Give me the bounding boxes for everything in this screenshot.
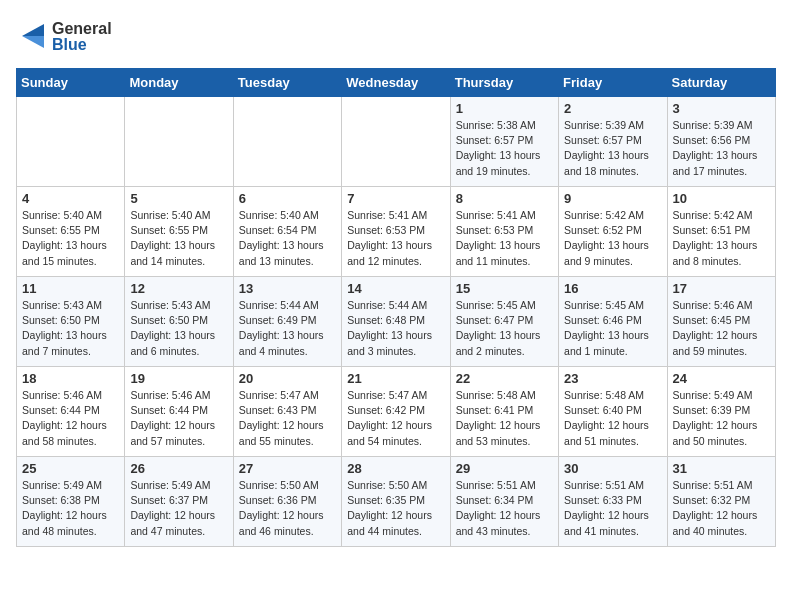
svg-marker-1 xyxy=(22,36,44,48)
day-info: Sunrise: 5:40 AM Sunset: 6:55 PM Dayligh… xyxy=(130,208,227,269)
day-info: Sunrise: 5:41 AM Sunset: 6:53 PM Dayligh… xyxy=(456,208,553,269)
calendar-week-2: 4Sunrise: 5:40 AM Sunset: 6:55 PM Daylig… xyxy=(17,187,776,277)
page-header: GeneralBlue xyxy=(16,16,776,56)
calendar-cell: 22Sunrise: 5:48 AM Sunset: 6:41 PM Dayli… xyxy=(450,367,558,457)
calendar-cell: 5Sunrise: 5:40 AM Sunset: 6:55 PM Daylig… xyxy=(125,187,233,277)
calendar-cell: 15Sunrise: 5:45 AM Sunset: 6:47 PM Dayli… xyxy=(450,277,558,367)
weekday-header-thursday: Thursday xyxy=(450,69,558,97)
day-info: Sunrise: 5:41 AM Sunset: 6:53 PM Dayligh… xyxy=(347,208,444,269)
day-info: Sunrise: 5:48 AM Sunset: 6:40 PM Dayligh… xyxy=(564,388,661,449)
calendar-cell: 17Sunrise: 5:46 AM Sunset: 6:45 PM Dayli… xyxy=(667,277,775,367)
day-number: 21 xyxy=(347,371,444,386)
weekday-header-tuesday: Tuesday xyxy=(233,69,341,97)
day-number: 14 xyxy=(347,281,444,296)
calendar-cell: 20Sunrise: 5:47 AM Sunset: 6:43 PM Dayli… xyxy=(233,367,341,457)
calendar-cell xyxy=(233,97,341,187)
day-number: 1 xyxy=(456,101,553,116)
day-info: Sunrise: 5:47 AM Sunset: 6:42 PM Dayligh… xyxy=(347,388,444,449)
day-info: Sunrise: 5:48 AM Sunset: 6:41 PM Dayligh… xyxy=(456,388,553,449)
day-info: Sunrise: 5:42 AM Sunset: 6:51 PM Dayligh… xyxy=(673,208,770,269)
logo: GeneralBlue xyxy=(16,16,126,56)
weekday-header-wednesday: Wednesday xyxy=(342,69,450,97)
calendar-cell: 16Sunrise: 5:45 AM Sunset: 6:46 PM Dayli… xyxy=(559,277,667,367)
calendar-cell xyxy=(342,97,450,187)
calendar-cell: 2Sunrise: 5:39 AM Sunset: 6:57 PM Daylig… xyxy=(559,97,667,187)
day-number: 23 xyxy=(564,371,661,386)
day-info: Sunrise: 5:45 AM Sunset: 6:47 PM Dayligh… xyxy=(456,298,553,359)
day-number: 18 xyxy=(22,371,119,386)
svg-marker-0 xyxy=(22,24,44,36)
day-number: 20 xyxy=(239,371,336,386)
day-number: 8 xyxy=(456,191,553,206)
day-number: 29 xyxy=(456,461,553,476)
day-info: Sunrise: 5:40 AM Sunset: 6:54 PM Dayligh… xyxy=(239,208,336,269)
day-number: 13 xyxy=(239,281,336,296)
calendar-cell: 23Sunrise: 5:48 AM Sunset: 6:40 PM Dayli… xyxy=(559,367,667,457)
calendar-cell xyxy=(125,97,233,187)
calendar-cell: 14Sunrise: 5:44 AM Sunset: 6:48 PM Dayli… xyxy=(342,277,450,367)
calendar-cell: 8Sunrise: 5:41 AM Sunset: 6:53 PM Daylig… xyxy=(450,187,558,277)
calendar-cell xyxy=(17,97,125,187)
weekday-header-friday: Friday xyxy=(559,69,667,97)
calendar-cell: 3Sunrise: 5:39 AM Sunset: 6:56 PM Daylig… xyxy=(667,97,775,187)
day-number: 16 xyxy=(564,281,661,296)
day-info: Sunrise: 5:44 AM Sunset: 6:48 PM Dayligh… xyxy=(347,298,444,359)
calendar-cell: 13Sunrise: 5:44 AM Sunset: 6:49 PM Dayli… xyxy=(233,277,341,367)
day-number: 15 xyxy=(456,281,553,296)
day-info: Sunrise: 5:43 AM Sunset: 6:50 PM Dayligh… xyxy=(130,298,227,359)
calendar-cell: 4Sunrise: 5:40 AM Sunset: 6:55 PM Daylig… xyxy=(17,187,125,277)
calendar-cell: 30Sunrise: 5:51 AM Sunset: 6:33 PM Dayli… xyxy=(559,457,667,547)
day-number: 6 xyxy=(239,191,336,206)
day-info: Sunrise: 5:49 AM Sunset: 6:37 PM Dayligh… xyxy=(130,478,227,539)
calendar-cell: 18Sunrise: 5:46 AM Sunset: 6:44 PM Dayli… xyxy=(17,367,125,457)
calendar-cell: 6Sunrise: 5:40 AM Sunset: 6:54 PM Daylig… xyxy=(233,187,341,277)
day-number: 27 xyxy=(239,461,336,476)
day-info: Sunrise: 5:45 AM Sunset: 6:46 PM Dayligh… xyxy=(564,298,661,359)
calendar-cell: 31Sunrise: 5:51 AM Sunset: 6:32 PM Dayli… xyxy=(667,457,775,547)
calendar-cell: 25Sunrise: 5:49 AM Sunset: 6:38 PM Dayli… xyxy=(17,457,125,547)
day-number: 17 xyxy=(673,281,770,296)
calendar-week-4: 18Sunrise: 5:46 AM Sunset: 6:44 PM Dayli… xyxy=(17,367,776,457)
calendar-cell: 11Sunrise: 5:43 AM Sunset: 6:50 PM Dayli… xyxy=(17,277,125,367)
day-info: Sunrise: 5:47 AM Sunset: 6:43 PM Dayligh… xyxy=(239,388,336,449)
calendar-week-3: 11Sunrise: 5:43 AM Sunset: 6:50 PM Dayli… xyxy=(17,277,776,367)
weekday-header-row: SundayMondayTuesdayWednesdayThursdayFrid… xyxy=(17,69,776,97)
calendar-cell: 7Sunrise: 5:41 AM Sunset: 6:53 PM Daylig… xyxy=(342,187,450,277)
day-info: Sunrise: 5:46 AM Sunset: 6:44 PM Dayligh… xyxy=(22,388,119,449)
day-number: 5 xyxy=(130,191,227,206)
day-info: Sunrise: 5:44 AM Sunset: 6:49 PM Dayligh… xyxy=(239,298,336,359)
calendar-cell: 12Sunrise: 5:43 AM Sunset: 6:50 PM Dayli… xyxy=(125,277,233,367)
calendar-cell: 26Sunrise: 5:49 AM Sunset: 6:37 PM Dayli… xyxy=(125,457,233,547)
day-number: 12 xyxy=(130,281,227,296)
day-info: Sunrise: 5:39 AM Sunset: 6:56 PM Dayligh… xyxy=(673,118,770,179)
day-number: 31 xyxy=(673,461,770,476)
calendar-week-1: 1Sunrise: 5:38 AM Sunset: 6:57 PM Daylig… xyxy=(17,97,776,187)
day-info: Sunrise: 5:50 AM Sunset: 6:35 PM Dayligh… xyxy=(347,478,444,539)
calendar-week-5: 25Sunrise: 5:49 AM Sunset: 6:38 PM Dayli… xyxy=(17,457,776,547)
day-number: 28 xyxy=(347,461,444,476)
day-number: 30 xyxy=(564,461,661,476)
day-info: Sunrise: 5:50 AM Sunset: 6:36 PM Dayligh… xyxy=(239,478,336,539)
calendar-cell: 1Sunrise: 5:38 AM Sunset: 6:57 PM Daylig… xyxy=(450,97,558,187)
day-number: 7 xyxy=(347,191,444,206)
day-info: Sunrise: 5:46 AM Sunset: 6:45 PM Dayligh… xyxy=(673,298,770,359)
day-info: Sunrise: 5:51 AM Sunset: 6:34 PM Dayligh… xyxy=(456,478,553,539)
svg-text:General: General xyxy=(52,20,112,37)
calendar-cell: 21Sunrise: 5:47 AM Sunset: 6:42 PM Dayli… xyxy=(342,367,450,457)
day-number: 24 xyxy=(673,371,770,386)
calendar-table: SundayMondayTuesdayWednesdayThursdayFrid… xyxy=(16,68,776,547)
calendar-cell: 27Sunrise: 5:50 AM Sunset: 6:36 PM Dayli… xyxy=(233,457,341,547)
calendar-cell: 19Sunrise: 5:46 AM Sunset: 6:44 PM Dayli… xyxy=(125,367,233,457)
day-info: Sunrise: 5:40 AM Sunset: 6:55 PM Dayligh… xyxy=(22,208,119,269)
day-info: Sunrise: 5:51 AM Sunset: 6:33 PM Dayligh… xyxy=(564,478,661,539)
day-info: Sunrise: 5:49 AM Sunset: 6:39 PM Dayligh… xyxy=(673,388,770,449)
logo-svg: GeneralBlue xyxy=(16,16,126,56)
day-info: Sunrise: 5:51 AM Sunset: 6:32 PM Dayligh… xyxy=(673,478,770,539)
day-info: Sunrise: 5:49 AM Sunset: 6:38 PM Dayligh… xyxy=(22,478,119,539)
day-info: Sunrise: 5:42 AM Sunset: 6:52 PM Dayligh… xyxy=(564,208,661,269)
calendar-cell: 10Sunrise: 5:42 AM Sunset: 6:51 PM Dayli… xyxy=(667,187,775,277)
day-number: 26 xyxy=(130,461,227,476)
weekday-header-monday: Monday xyxy=(125,69,233,97)
calendar-cell: 24Sunrise: 5:49 AM Sunset: 6:39 PM Dayli… xyxy=(667,367,775,457)
day-number: 19 xyxy=(130,371,227,386)
